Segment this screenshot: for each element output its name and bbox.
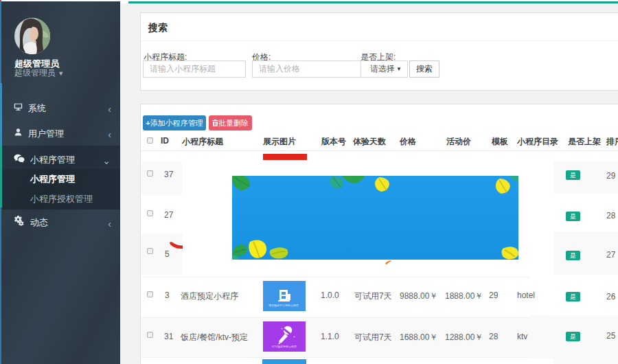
svg-text:KTV预定智能小程序: KTV预定智能小程序 [272,345,297,349]
svg-text:+: + [281,326,283,330]
svg-text:酒店预定平台智能小程序: 酒店预定平台智能小程序 [268,304,299,308]
svg-text:+: + [293,334,295,339]
